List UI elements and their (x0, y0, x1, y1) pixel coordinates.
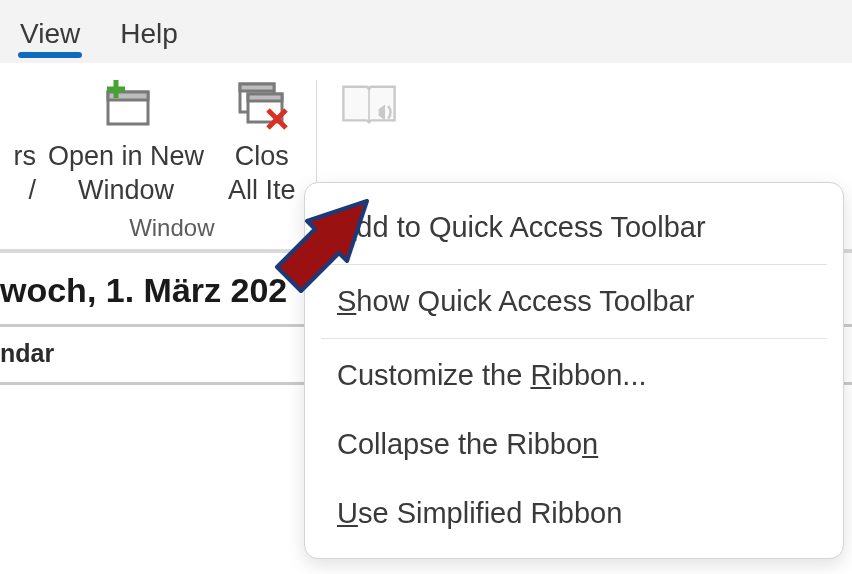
close-all-items-button[interactable]: Clos All Ite (216, 76, 308, 208)
truncated-label-line1: rs (14, 140, 37, 174)
close-windows-icon (230, 76, 294, 136)
ribbon-truncated-left: rs / (0, 76, 36, 208)
open-in-new-window-button[interactable]: Open in New Window (36, 76, 216, 208)
menu-separator (321, 264, 827, 265)
tab-bar: View Help (0, 0, 852, 64)
mnemonic: U (337, 497, 358, 529)
read-aloud-icon (337, 76, 401, 136)
mnemonic: n (582, 428, 598, 460)
truncated-label-line2: / (28, 174, 36, 208)
tab-view[interactable]: View (0, 12, 100, 50)
svg-rect-5 (240, 84, 274, 91)
menu-text-pre: Collapse the Ribbo (337, 428, 582, 460)
menu-text: dd to Quick Access Toolbar (356, 211, 705, 243)
close-label-1: Clos (235, 140, 289, 174)
ribbon-context-menu: Add to Quick Access Toolbar Show Quick A… (304, 182, 844, 559)
new-window-icon (94, 76, 158, 136)
tab-help[interactable]: Help (100, 12, 198, 50)
ribbon-group-label: Window (129, 214, 214, 242)
menu-show-quick-access[interactable]: Show Quick Access Toolbar (305, 267, 843, 336)
close-label-2: All Ite (228, 174, 296, 208)
menu-text: how Quick Access Toolbar (356, 285, 694, 317)
ribbon-group-window: Open in New Window Clos All Ite (36, 76, 308, 242)
open-in-new-label-2: Window (78, 174, 174, 208)
svg-rect-7 (248, 94, 282, 101)
mnemonic: R (530, 359, 551, 391)
menu-add-quick-access[interactable]: Add to Quick Access Toolbar (305, 193, 843, 262)
menu-text: se Simplified Ribbon (358, 497, 622, 529)
menu-use-simplified-ribbon[interactable]: Use Simplified Ribbon (305, 479, 843, 548)
open-in-new-label-1: Open in New (48, 140, 204, 174)
read-aloud-button[interactable] (325, 76, 413, 140)
menu-collapse-ribbon[interactable]: Collapse the Ribbon (305, 410, 843, 479)
mnemonic: A (337, 211, 356, 243)
menu-separator (321, 338, 827, 339)
mnemonic: S (337, 285, 356, 317)
menu-text-pre: Customize the (337, 359, 530, 391)
menu-customize-ribbon[interactable]: Customize the Ribbon... (305, 341, 843, 410)
menu-text: ibbon... (551, 359, 646, 391)
